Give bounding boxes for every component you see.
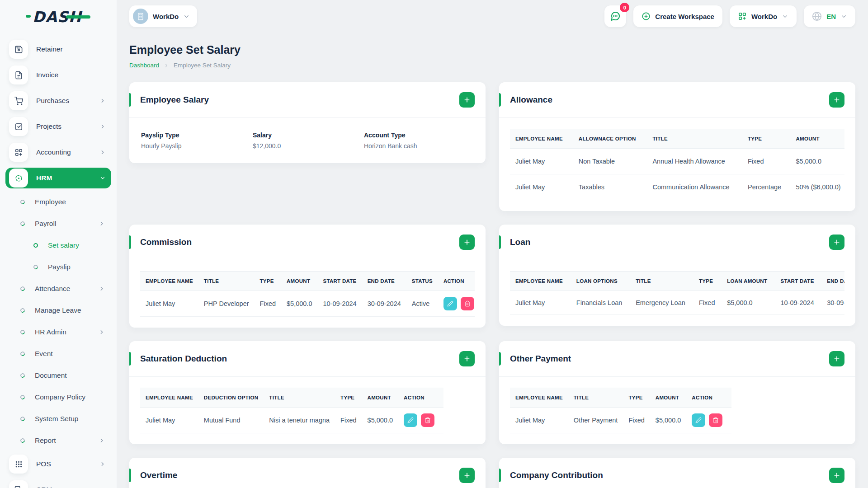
card-header: Saturation Deduction xyxy=(129,341,486,377)
sidebar-item-label: Payslip xyxy=(48,263,71,271)
sidebar-item-payroll[interactable]: Payroll xyxy=(5,215,111,232)
column-header: LOAN AMOUNT xyxy=(722,272,775,291)
column-header: TITLE xyxy=(198,272,255,291)
sidebar-item-report[interactable]: Report xyxy=(5,432,111,449)
add-company-contribution-button[interactable] xyxy=(829,468,844,483)
column-header: ACTION xyxy=(398,388,443,408)
breadcrumb-link-dashboard[interactable]: Dashboard xyxy=(129,62,159,69)
add-allowance-button[interactable] xyxy=(829,92,844,108)
card-commission: Commission EMPLOYEE NAMETITLETYPEAMOUNTS… xyxy=(129,225,486,328)
column-header: TITLE xyxy=(264,388,335,408)
column-header: TITLE xyxy=(630,272,693,291)
column-header: ACTION xyxy=(438,272,475,291)
sidebar-item-purchases[interactable]: Purchases xyxy=(5,90,111,111)
column-header: DEDUCTION OPTION xyxy=(198,388,264,408)
delete-button[interactable] xyxy=(461,297,474,310)
sidebar-item-hr-admin[interactable]: HR Admin xyxy=(5,324,111,340)
add-commission-button[interactable] xyxy=(459,235,475,250)
loan-table[interactable]: EMPLOYEE NAMELOAN OPTIONSTITLETYPELOAN A… xyxy=(510,271,844,315)
table-cell: Juliet May xyxy=(510,174,573,200)
column-header: START DATE xyxy=(317,272,362,291)
delete-button[interactable] xyxy=(709,413,722,427)
sidebar-item-employee[interactable]: Employee xyxy=(5,193,111,210)
card-header: Loan xyxy=(499,225,855,260)
card-header: Allowance xyxy=(499,82,855,118)
table-cell: Juliet May xyxy=(140,291,198,317)
card-company-contribution: Company Contribution xyxy=(499,458,855,488)
table-cell: Emergency Loan xyxy=(630,291,693,315)
sidebar-item-crm[interactable]: CRM xyxy=(5,479,111,488)
hrm-icon xyxy=(9,169,28,188)
sidebar-item-set-salary[interactable]: Set salary xyxy=(5,237,111,253)
column-header: TYPE xyxy=(742,129,791,149)
sidebar-item-label: System Setup xyxy=(35,415,79,423)
sidebar-item-document[interactable]: Document xyxy=(5,367,111,384)
messages-badge: 0 xyxy=(620,3,629,12)
table-cell: $5,000.0 xyxy=(362,408,398,433)
other-payment-table: EMPLOYEE NAMETITLETYPEAMOUNTACTIONJuliet… xyxy=(510,388,844,433)
sidebar-item-label: Employee xyxy=(35,198,66,206)
table-cell: Nisi a tenetur magna xyxy=(264,408,335,433)
add-saturation-deduction-button[interactable] xyxy=(459,351,475,366)
breadcrumb: Dashboard Employee Set Salary xyxy=(129,62,855,69)
add-employee-salary-button[interactable] xyxy=(459,92,475,108)
chat-icon xyxy=(610,11,621,22)
sidebar-item-label: Document xyxy=(35,371,67,380)
main-content: Employee Set Salary Dashboard Employee S… xyxy=(117,33,868,488)
workspace-name: WorkDo xyxy=(153,13,179,20)
plus-icon xyxy=(833,472,840,479)
sidebar-item-hrm[interactable]: HRM xyxy=(5,168,111,188)
plus-icon xyxy=(463,472,471,479)
table-cell: 10-09-2024 xyxy=(317,291,362,317)
action-cell xyxy=(438,291,475,317)
column-header: TITLE xyxy=(568,388,623,408)
chevron-right-icon xyxy=(99,329,105,335)
add-overtime-button[interactable] xyxy=(459,468,475,483)
sidebar-item-label: POS xyxy=(36,460,51,468)
add-loan-button[interactable] xyxy=(829,235,844,250)
action-cell xyxy=(686,408,731,433)
chevron-right-icon xyxy=(99,437,105,444)
table-cell: Fixed xyxy=(623,408,650,433)
sidebar-item-manage-leave[interactable]: Manage Leave xyxy=(5,302,111,319)
sidebar-item-retainer[interactable]: Retainer xyxy=(5,39,111,60)
table-cell: Percentage xyxy=(742,174,791,200)
column-header: EMPLOYEE NAME xyxy=(140,272,198,291)
card-title: Loan xyxy=(510,237,530,247)
chevron-down-icon xyxy=(782,13,788,20)
sidebar-item-attendance[interactable]: Attendance xyxy=(5,280,111,297)
card-header: Commission xyxy=(129,225,486,260)
edit-button[interactable] xyxy=(443,297,457,310)
column-header: TYPE xyxy=(255,272,281,291)
brand-logo[interactable]: DASH xyxy=(0,0,117,33)
allowance-table[interactable]: EMPLOYEE NAMEALLOWNACE OPTIONTITLETYPEAM… xyxy=(510,129,844,200)
sidebar-item-company-policy[interactable]: Company Policy xyxy=(5,389,111,405)
edit-button[interactable] xyxy=(692,413,705,427)
column-header: EMPLOYEE NAME xyxy=(510,129,573,149)
sidebar-item-label: Invoice xyxy=(36,71,58,79)
topbar-actions: 0 Create Workspace WorkDo EN xyxy=(604,5,855,27)
delete-button[interactable] xyxy=(421,413,434,427)
add-other-payment-button[interactable] xyxy=(829,351,844,366)
sidebar-item-payslip[interactable]: Payslip xyxy=(5,258,111,275)
column-header: AMOUNT xyxy=(281,272,317,291)
edit-button[interactable] xyxy=(404,413,417,427)
globe-icon xyxy=(812,11,822,21)
messages-button[interactable]: 0 xyxy=(604,5,626,27)
sidebar-item-projects[interactable]: Projects xyxy=(5,116,111,137)
sidebar-item-label: CRM xyxy=(36,486,52,488)
invoice-icon xyxy=(9,66,28,84)
app-switcher-button[interactable]: WorkDo xyxy=(730,5,797,27)
language-selector[interactable]: EN xyxy=(804,5,855,27)
card-other-payment: Other Payment EMPLOYEE NAMETITLETYPEAMOU… xyxy=(499,341,855,444)
sidebar-item-accounting[interactable]: Accounting xyxy=(5,142,111,163)
card-title: Company Contribution xyxy=(510,470,603,480)
sidebar-item-invoice[interactable]: Invoice xyxy=(5,65,111,85)
sidebar-item-pos[interactable]: POS xyxy=(5,454,111,474)
sidebar-item-event[interactable]: Event xyxy=(5,345,111,362)
create-workspace-button[interactable]: Create Workspace xyxy=(633,5,722,27)
column-header: TYPE xyxy=(623,388,650,408)
language-code: EN xyxy=(826,13,836,20)
workspace-selector[interactable]: WorkDo xyxy=(129,5,197,27)
sidebar-item-system-setup[interactable]: System Setup xyxy=(5,410,111,427)
